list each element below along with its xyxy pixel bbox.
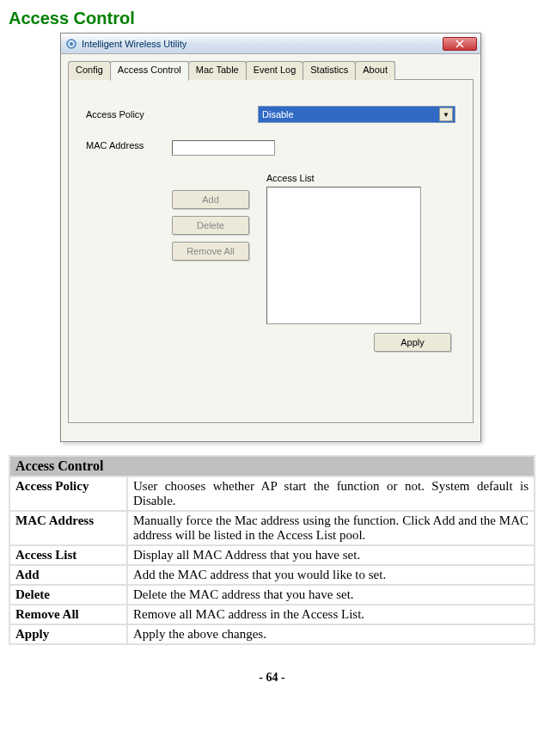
access-list-label: Access List <box>266 173 455 183</box>
row-val: Manually force the Mac address using the… <box>128 512 534 544</box>
tab-config[interactable]: Config <box>68 61 111 80</box>
mac-address-label: MAC Address <box>86 140 172 151</box>
close-icon <box>455 40 464 48</box>
tab-mac-table[interactable]: Mac Table <box>188 61 247 80</box>
row-val: Apply the above changes. <box>128 625 534 643</box>
svg-point-1 <box>70 42 73 46</box>
mac-address-input[interactable] <box>172 140 275 156</box>
table-row: Apply Apply the above changes. <box>10 625 534 643</box>
table-row: Add Add the MAC address that you would l… <box>10 566 534 584</box>
table-row: Delete Delete the MAC address that you h… <box>10 586 534 604</box>
app-icon <box>64 37 78 51</box>
titlebar-left: Intelligent Wireless Utility <box>64 37 186 51</box>
row-val: Add the MAC address that you would like … <box>128 566 534 584</box>
row-val: Display all MAC Address that you have se… <box>128 546 534 564</box>
description-table: Access Control Access Policy User choose… <box>9 455 535 645</box>
tab-statistics[interactable]: Statistics <box>303 61 356 80</box>
screenshot-wrapper: Intelligent Wireless Utility Config Acce… <box>9 33 535 442</box>
apply-row: Apply <box>86 333 451 352</box>
row-val: Remove all MAC address in the Access Lis… <box>128 605 534 624</box>
page-number: - 64 - <box>9 671 535 685</box>
table-row: MAC Address Manually force the Mac addre… <box>10 512 534 544</box>
window-body: Config Access Control Mac Table Event Lo… <box>61 54 480 441</box>
chevron-down-icon: ▼ <box>439 108 453 121</box>
app-window: Intelligent Wireless Utility Config Acce… <box>60 33 481 442</box>
row-val: Delete the MAC address that you have set… <box>128 586 534 604</box>
mac-address-row: MAC Address <box>86 140 455 156</box>
table-header: Access Control <box>10 457 534 476</box>
delete-button[interactable]: Delete <box>172 216 249 235</box>
table-row: Access Policy User chooses whether AP st… <box>10 477 534 510</box>
window-title: Intelligent Wireless Utility <box>82 39 186 49</box>
access-policy-label: Access Policy <box>86 109 172 120</box>
remove-all-button[interactable]: Remove All <box>172 242 249 261</box>
section-heading: Access Control <box>9 9 535 28</box>
access-policy-row: Access Policy Disable ▼ <box>86 106 455 123</box>
row-key: Access List <box>10 546 126 564</box>
tab-strip: Config Access Control Mac Table Event Lo… <box>68 61 474 80</box>
dropdown-value: Disable <box>262 109 294 120</box>
access-list-box[interactable] <box>266 187 421 324</box>
table-row: Remove All Remove all MAC address in the… <box>10 605 534 624</box>
row-key: Delete <box>10 586 126 604</box>
table-row: Access List Display all MAC Address that… <box>10 546 534 564</box>
row-val: User chooses whether AP start the functi… <box>128 477 534 510</box>
buttons-column: Add Delete Remove All <box>172 190 249 324</box>
row-key: Add <box>10 566 126 584</box>
add-button[interactable]: Add <box>172 190 249 209</box>
row-key: Remove All <box>10 605 126 624</box>
titlebar: Intelligent Wireless Utility <box>61 34 480 54</box>
tab-access-control[interactable]: Access Control <box>110 61 189 81</box>
tab-event-log[interactable]: Event Log <box>246 61 304 80</box>
row-key: Apply <box>10 625 126 643</box>
tab-content: Access Policy Disable ▼ MAC Address Add … <box>68 79 474 423</box>
tab-about[interactable]: About <box>355 61 395 80</box>
close-button[interactable] <box>443 37 477 51</box>
row-key: Access Policy <box>10 477 126 510</box>
access-policy-dropdown[interactable]: Disable ▼ <box>258 106 455 123</box>
row-key: MAC Address <box>10 512 126 544</box>
access-list-area: Access List <box>266 173 455 324</box>
middle-area: Add Delete Remove All Access List <box>86 173 455 324</box>
apply-button[interactable]: Apply <box>374 333 451 352</box>
